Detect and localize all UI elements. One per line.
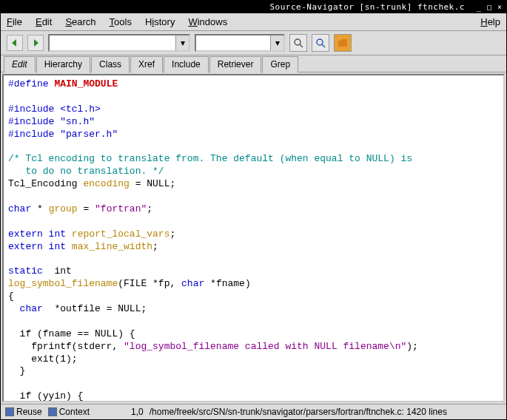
reuse-toggle[interactable]: Reuse — [5, 407, 42, 417]
minimize-button[interactable]: _ — [475, 4, 483, 11]
toolbar: ▾ ▾ — [1, 31, 506, 55]
find-button[interactable] — [289, 34, 307, 52]
menubar: File Edit Search Tools History Windows H… — [1, 13, 506, 31]
menu-tools[interactable]: Tools — [110, 16, 132, 27]
filter-input[interactable] — [196, 35, 270, 50]
statusbar: Reuse Context 1,0 /home/freek/src/SN/sn-… — [1, 404, 506, 419]
tab-grep[interactable]: Grep — [262, 56, 298, 72]
menu-search[interactable]: Search — [65, 16, 95, 27]
folder-button[interactable] — [334, 34, 352, 52]
symbol-combo[interactable]: ▾ — [48, 34, 190, 52]
tab-hierarchy[interactable]: Hierarchy — [36, 56, 90, 72]
chevron-down-icon[interactable]: ▾ — [175, 35, 189, 50]
tabbar: Edit Hierarchy Class Xref Include Retrie… — [1, 55, 506, 72]
close-button[interactable]: × — [496, 4, 503, 11]
tab-edit[interactable]: Edit — [4, 56, 36, 72]
svg-point-0 — [295, 39, 300, 45]
menu-history[interactable]: History — [145, 16, 175, 27]
svg-line-3 — [322, 44, 325, 47]
menu-help[interactable]: Help — [480, 16, 500, 27]
menu-edit[interactable]: Edit — [36, 16, 52, 27]
file-path: /home/freek/src/SN/sn-trunk/snavigator/p… — [150, 407, 502, 417]
menu-file[interactable]: File — [7, 16, 22, 27]
svg-line-1 — [300, 44, 303, 47]
tab-xref[interactable]: Xref — [130, 56, 163, 72]
forward-button[interactable] — [27, 35, 44, 51]
search-button[interactable] — [312, 34, 329, 52]
symbol-input[interactable] — [50, 35, 175, 50]
filter-combo[interactable]: ▾ — [195, 34, 285, 52]
maximize-button[interactable]: □ — [486, 4, 493, 11]
chevron-down-icon[interactable]: ▾ — [270, 35, 283, 50]
titlebar: Source-Navigator [sn-trunk] ftnchek.c _ … — [1, 1, 506, 13]
menu-windows[interactable]: Windows — [188, 16, 227, 27]
svg-point-2 — [317, 39, 323, 45]
code-editor[interactable]: #define MAIN_MODULE #include <tcl.h> #in… — [2, 74, 505, 402]
checkbox-icon — [5, 407, 14, 416]
tab-include[interactable]: Include — [164, 56, 209, 72]
context-toggle[interactable]: Context — [48, 407, 90, 417]
tab-class[interactable]: Class — [91, 56, 130, 72]
checkbox-icon — [48, 407, 57, 416]
window-title: Source-Navigator [sn-trunk] ftnchek.c — [4, 2, 472, 12]
back-button[interactable] — [7, 35, 23, 51]
tab-retriever[interactable]: Retriever — [209, 56, 262, 72]
cursor-position: 1,0 — [131, 407, 144, 417]
